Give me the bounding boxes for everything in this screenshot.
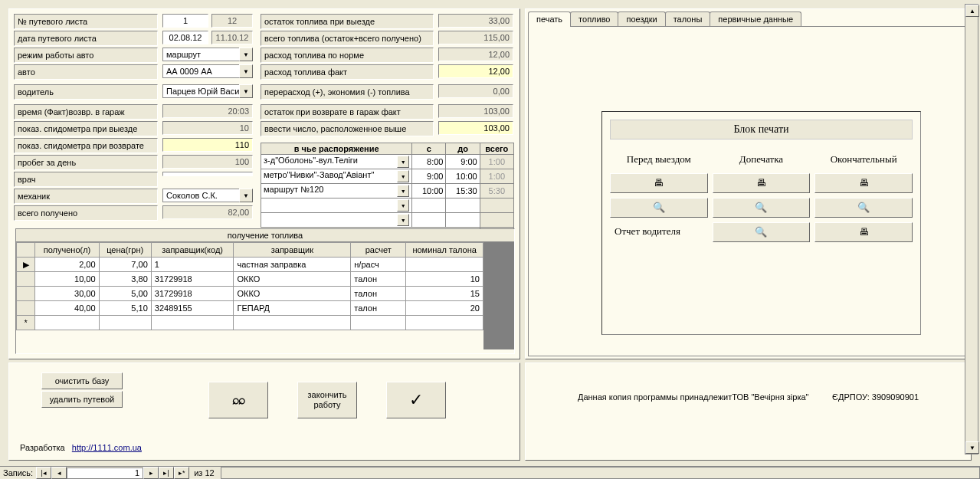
tab-trips[interactable]: поездки xyxy=(618,11,665,27)
val-fuel-enter[interactable]: 103,00 xyxy=(438,121,513,135)
val-waybill-date[interactable]: 02.08.12 xyxy=(162,31,208,44)
binoculars-icon: ⌕⌕ xyxy=(232,393,244,407)
lbl-mode: режим работы авто xyxy=(14,48,158,63)
val-waybill-number-grey: 12 xyxy=(211,14,253,28)
preview-btn-2-1[interactable]: 🔍 xyxy=(610,198,708,218)
chevron-down-icon[interactable]: ▼ xyxy=(397,214,409,226)
val-mileage: 100 xyxy=(162,155,253,169)
dd-car[interactable]: АА 0009 АА ▼ xyxy=(162,64,253,78)
delete-waybill-button[interactable]: удалить путевой xyxy=(41,391,123,408)
disposition-table: в чье распоряжение с до всего з-д"Оболон… xyxy=(261,143,514,239)
disp-row[interactable]: ▼ xyxy=(261,213,514,228)
val-fuel-norm: 12,00 xyxy=(438,48,513,61)
nav-prev-button[interactable]: ◂ xyxy=(51,467,67,479)
printer-icon: 🖶 xyxy=(654,177,664,189)
dd-mode[interactable]: маршрут ▼ xyxy=(162,48,253,61)
lbl-fuel-diff: перерасход (+), экономия (-) топлива xyxy=(261,84,434,100)
fuel-row[interactable]: 30,00 5,00 31729918 ОККО талон 15 xyxy=(17,287,483,301)
val-waybill-number[interactable]: 1 xyxy=(162,14,208,28)
fuel-row[interactable]: 40,00 5,10 32489155 ГЕПАРД талон 20 xyxy=(17,301,483,316)
chevron-down-icon[interactable]: ▼ xyxy=(239,189,253,202)
nav-next-button[interactable]: ▸ xyxy=(143,467,159,479)
print-btn-1-3[interactable]: 🖶 xyxy=(814,173,913,193)
lbl-doctor: врач xyxy=(14,172,158,187)
val-fuel-diff: 0,00 xyxy=(438,84,513,98)
disp-row[interactable]: ▼ xyxy=(261,198,514,213)
dd-mechanic[interactable]: Соколов С.К. ▼ xyxy=(162,189,253,202)
fuel-row[interactable]: 10,00 3,80 31729918 ОККО талон 10 xyxy=(17,272,483,287)
fuel-grid-padding xyxy=(483,242,514,349)
vertical-scrollbar[interactable]: ▲ ▼ xyxy=(965,4,978,454)
disp-row[interactable]: метро"Нивки"-Завод"Авіант"▼ 9:00 10:00 1… xyxy=(261,169,514,184)
lbl-waybill-date: дата путевого листа xyxy=(14,31,158,46)
edrpou-text: ЄДРПОУ: 3909090901 xyxy=(832,392,919,402)
magnifier-icon: 🔍 xyxy=(857,202,870,214)
val-return-time[interactable]: 20:03 xyxy=(162,104,253,118)
print-title: Блок печати xyxy=(610,120,913,139)
lbl-car: авто xyxy=(14,64,158,80)
chevron-down-icon[interactable]: ▼ xyxy=(397,156,409,168)
lbl-fuel-total: всего топлива (остаток+всего получено) xyxy=(261,31,434,46)
search-button[interactable]: ⌕⌕ xyxy=(208,382,268,418)
chevron-down-icon[interactable]: ▼ xyxy=(239,64,253,78)
nav-first-button[interactable]: |◂ xyxy=(36,467,51,479)
fuel-new-row[interactable]: * xyxy=(17,316,483,330)
chevron-down-icon[interactable]: ▼ xyxy=(397,199,409,212)
disp-hdr-name: в чье распоряжение xyxy=(261,143,412,155)
val-odo-in[interactable]: 110 xyxy=(162,138,253,152)
val-doctor[interactable] xyxy=(162,172,253,176)
tab-fuel[interactable]: топливо xyxy=(570,11,618,27)
lbl-mileage: пробег за день xyxy=(14,155,158,170)
disp-row[interactable]: маршрут №120▼ 10:00 15:30 5:30 xyxy=(261,184,514,198)
recnav-label: Запись: xyxy=(0,468,36,477)
nav-scrollbar[interactable] xyxy=(221,467,980,479)
val-odo-out[interactable]: 10 xyxy=(162,121,253,135)
chevron-down-icon[interactable]: ▼ xyxy=(239,48,253,61)
magnifier-icon: 🔍 xyxy=(653,202,665,214)
dev-link[interactable]: http://1111.com.ua xyxy=(72,443,142,452)
fuel-grid[interactable]: получено(л) цена(грн) заправщик(код) зап… xyxy=(16,242,483,330)
print-btn-1-1[interactable]: 🖶 xyxy=(610,173,708,193)
finish-work-button[interactable]: закончить работу xyxy=(297,382,357,418)
record-navigator: Запись: |◂ ◂ 1 ▸ ▸| ▸* из 12 xyxy=(0,466,980,479)
chevron-down-icon[interactable]: ▼ xyxy=(239,84,253,98)
print-btn-1-2[interactable]: 🖶 xyxy=(713,173,811,193)
magnifier-icon: 🔍 xyxy=(755,202,767,214)
printer-icon: 🖶 xyxy=(859,177,869,189)
owner-panel: Данная копия программы принадлежитТОВ "В… xyxy=(525,363,972,461)
lbl-fuel-fact: расход топлива факт xyxy=(261,64,434,80)
printer-icon: 🖶 xyxy=(859,226,869,238)
preview-btn-2-3[interactable]: 🔍 xyxy=(814,198,913,218)
driver-report-print[interactable]: 🖶 xyxy=(814,222,913,242)
dev-label: Разработка http://1111.com.ua xyxy=(20,443,142,452)
confirm-button[interactable]: ✓ xyxy=(386,382,446,418)
fuel-row[interactable]: ▶ 2,00 7,00 1 частная заправка н/расч xyxy=(17,258,483,272)
dd-driver[interactable]: Парцев Юрій Васи ▼ xyxy=(162,84,253,98)
clear-db-button[interactable]: очистить базу xyxy=(41,372,123,389)
disp-row[interactable]: з-д"Оболонь"-вул.Теліги▼ 8:00 9:00 1:00 xyxy=(261,155,514,169)
tab-print[interactable]: печать xyxy=(528,11,571,27)
chevron-down-icon[interactable]: ▼ xyxy=(397,170,409,182)
checkmark-icon: ✓ xyxy=(409,390,423,410)
val-fuel-fact[interactable]: 12,00 xyxy=(438,64,513,78)
chevron-down-icon[interactable]: ▼ xyxy=(397,185,409,197)
dd-car-text: АА 0009 АА xyxy=(162,64,239,78)
val-received-total: 82,00 xyxy=(162,205,253,219)
scroll-down-icon[interactable]: ▼ xyxy=(965,441,979,454)
dd-mechanic-text: Соколов С.К. xyxy=(162,189,239,202)
tab-body: Блок печати Перед выездом Допечатка Окон… xyxy=(528,26,969,356)
nav-new-button[interactable]: ▸* xyxy=(174,467,189,479)
disp-hdr-from: с xyxy=(412,143,446,155)
tab-coupons[interactable]: талоны xyxy=(665,11,711,27)
driver-report-preview[interactable]: 🔍 xyxy=(713,222,811,242)
lbl-fuel-return: остаток при возврате в гараж факт xyxy=(261,104,434,120)
printer-icon: 🖶 xyxy=(756,177,766,189)
tab-primary[interactable]: первичные данные xyxy=(710,11,801,27)
lbl-fuel-out: остаток топлива при выезде xyxy=(261,14,434,29)
nav-position[interactable]: 1 xyxy=(67,468,143,479)
nav-last-button[interactable]: ▸| xyxy=(159,467,174,479)
preview-btn-2-2[interactable]: 🔍 xyxy=(713,198,811,218)
dd-driver-text: Парцев Юрій Васи xyxy=(162,84,239,98)
lbl-waybill-number: № путевого листа xyxy=(14,14,158,29)
scroll-up-icon[interactable]: ▲ xyxy=(965,5,979,17)
